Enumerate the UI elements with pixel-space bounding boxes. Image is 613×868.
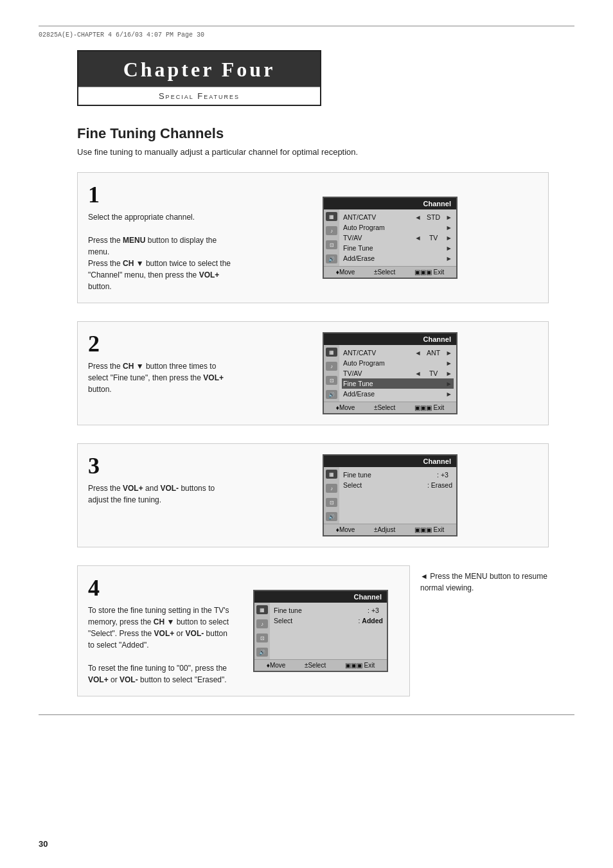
step-1-item-3: TV/AV ◄ TV ►: [342, 233, 454, 243]
step-4-icons: ▦ ♪ ⊡ 🔊: [254, 603, 270, 659]
step-2-item-1: ANT/CATV ◄ ANT ►: [342, 348, 454, 358]
step-1-text: Select the appropriate channel. Press th…: [88, 211, 232, 292]
step-3-item-1: Fine tune : +3: [342, 470, 454, 480]
step-1-menu-footer: ♦Move ±Select ▣▣▣ Exit: [324, 266, 456, 278]
step-1-menu: Channel ▦ ♪ ⊡ 🔊 ANT/CATV ◄ STD: [242, 183, 538, 292]
step-3-left: 3 Press the VOL+ and VOL- buttons to adj…: [88, 454, 242, 536]
step-3-menu-footer: ♦Move ±Adjust ▣▣▣ Exit: [324, 524, 456, 535]
icon-3: ⊡: [326, 498, 337, 507]
step-3-menu: Channel ▦ ♪ ⊡ 🔊 Fine tune : +3: [242, 454, 538, 536]
step-4-menu-items: Fine tune : +3 Select : Added: [270, 603, 387, 659]
step-4-item-1: Fine tune : +3: [272, 605, 384, 616]
section-intro: Use fine tuning to manually adjust a par…: [77, 147, 574, 157]
icon-4: 🔊: [256, 648, 268, 657]
icon-2: ♪: [326, 226, 337, 235]
step-1-tv-menu: Channel ▦ ♪ ⊡ 🔊 ANT/CATV ◄ STD: [323, 197, 458, 279]
step-3-menu-body: ▦ ♪ ⊡ 🔊 Fine tune : +3 Select: [324, 467, 456, 524]
page-meta: 02825A(E)-CHAPTER 4 6/16/03 4:07 PM Page…: [39, 31, 574, 39]
step-2-item-4: Fine Tune ►: [342, 378, 454, 389]
steps-container: 1 Select the appropriate channel. Press …: [77, 172, 549, 696]
bottom-rule: [39, 714, 574, 715]
step-2-menu-items: ANT/CATV ◄ ANT ► Auto Program ► TV/AV: [339, 345, 456, 402]
step-2-menu-body: ▦ ♪ ⊡ 🔊 ANT/CATV ◄ ANT ►: [324, 345, 456, 402]
step-2-tv-menu: Channel ▦ ♪ ⊡ 🔊 ANT/CATV ◄ ANT: [323, 332, 458, 414]
icon-4: 🔊: [326, 254, 337, 263]
step-1-menu-body: ▦ ♪ ⊡ 🔊 ANT/CATV ◄ STD ►: [324, 209, 456, 266]
step-3-item-2: Select : Erased: [342, 480, 454, 490]
icon-3: ⊡: [326, 240, 337, 249]
step-1-item-4: Fine Tune ►: [342, 243, 454, 253]
step-1-item-1: ANT/CATV ◄ STD ►: [342, 212, 454, 222]
icon-1: ▦: [326, 212, 337, 221]
step-1-item-2: Auto Program ►: [342, 222, 454, 233]
step-4-block: 4 To store the fine tuning setting in th…: [77, 565, 410, 696]
chapter-subtitle: Special Features: [78, 87, 320, 105]
step-1-left: 1 Select the appropriate channel. Press …: [88, 183, 242, 292]
step-2-menu-footer: ♦Move ±Select ▣▣▣ Exit: [324, 402, 456, 413]
step-4-menu-body: ▦ ♪ ⊡ 🔊 Fine tune : +3: [254, 603, 387, 659]
chapter-box: Chapter Four Special Features: [77, 50, 321, 106]
step-2-icons: ▦ ♪ ⊡ 🔊: [324, 345, 339, 402]
icon-1: ▦: [256, 605, 268, 614]
section-heading: Fine Tuning Channels: [77, 125, 574, 142]
step-1-item-5: Add/Erase ►: [342, 253, 454, 263]
step-1-menu-items: ANT/CATV ◄ STD ► Auto Program ► TV/AV: [339, 209, 456, 266]
step-4-menu-footer: ♦Move ±Select ▣▣▣ Exit: [254, 659, 387, 671]
step-4-item-2: Select : Added: [272, 616, 384, 626]
top-rule: [39, 26, 574, 26]
icon-3: ⊡: [326, 376, 337, 385]
step-3-block: 3 Press the VOL+ and VOL- buttons to adj…: [77, 443, 549, 547]
icon-1: ▦: [326, 348, 337, 357]
step-2-number: 2: [88, 332, 232, 355]
step-4-inner: 4 To store the fine tuning setting in th…: [88, 576, 399, 686]
step-2-item-3: TV/AV ◄ TV ►: [342, 368, 454, 378]
step-1-menu-header: Channel: [324, 198, 456, 209]
step-2-menu-header: Channel: [324, 333, 456, 345]
icon-2: ♪: [256, 619, 268, 628]
step-2-block: 2 Press the CH ▼ button three times to s…: [77, 321, 549, 425]
step-3-menu-header: Channel: [324, 456, 456, 467]
page-number: 30: [39, 839, 48, 849]
step-1-icons: ▦ ♪ ⊡ 🔊: [324, 209, 339, 266]
step-2-text: Press the CH ▼ button three times to sel…: [88, 360, 232, 395]
step-4-number: 4: [88, 576, 232, 599]
step-2-item-5: Add/Erase ►: [342, 389, 454, 399]
icon-4: 🔊: [326, 390, 337, 399]
step-4-sidenote: ◄ Press the MENU button to resume normal…: [420, 565, 549, 696]
step-1-block: 1 Select the appropriate channel. Press …: [77, 172, 549, 303]
step-3-tv-menu: Channel ▦ ♪ ⊡ 🔊 Fine tune : +3: [323, 454, 458, 536]
step-3-menu-items: Fine tune : +3 Select : Erased: [339, 467, 456, 524]
step-4-wrapper: 4 To store the fine tuning setting in th…: [77, 565, 549, 696]
step-3-number: 3: [88, 454, 232, 477]
step-4-menu-header: Channel: [254, 591, 387, 603]
step-4-tv-menu: Channel ▦ ♪ ⊡ 🔊 Fine t: [253, 590, 388, 672]
step-3-text: Press the VOL+ and VOL- buttons to adjus…: [88, 483, 232, 506]
chapter-title: Chapter Four: [78, 51, 320, 87]
icon-2: ♪: [326, 362, 337, 371]
icon-3: ⊡: [256, 633, 268, 642]
step-2-item-2: Auto Program ►: [342, 358, 454, 368]
icon-2: ♪: [326, 484, 337, 493]
icon-1: ▦: [326, 470, 337, 479]
step-4-text: To store the fine tuning setting in the …: [88, 605, 232, 686]
step-4-left: 4 To store the fine tuning setting in th…: [88, 576, 242, 686]
step-1-number: 1: [88, 183, 232, 206]
page: 02825A(E)-CHAPTER 4 6/16/03 4:07 PM Page…: [0, 0, 613, 868]
step-2-left: 2 Press the CH ▼ button three times to s…: [88, 332, 242, 414]
step-3-icons: ▦ ♪ ⊡ 🔊: [324, 467, 339, 524]
step-4-menu: Channel ▦ ♪ ⊡ 🔊 Fine t: [242, 576, 399, 686]
step-2-menu: Channel ▦ ♪ ⊡ 🔊 ANT/CATV ◄ ANT: [242, 332, 538, 414]
icon-4: 🔊: [326, 512, 337, 521]
